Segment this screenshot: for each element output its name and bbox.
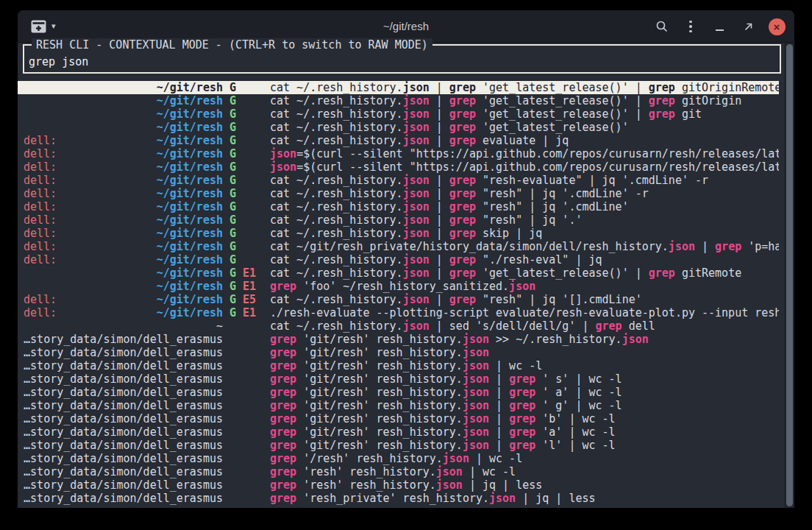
history-row[interactable]: dell:~/git/reshGcat ~/.resh_history.json… xyxy=(18,213,779,227)
row-git-flag: G xyxy=(229,187,236,200)
history-row[interactable]: dell:~/git/reshGcat ~/.resh_history.json… xyxy=(18,227,779,240)
row-location: dell:~/git/resh xyxy=(24,293,223,306)
row-dir: …story_data/simon/dell_erasmus xyxy=(24,333,223,346)
row-command: grep 'git/resh' resh_history.json | grep… xyxy=(270,412,779,425)
history-row[interactable]: ~cat ~/.resh_history.json | sed 's/dell/… xyxy=(18,319,779,333)
match-segment: grep xyxy=(270,280,296,293)
text-segment: | sed 's/dell/dell/g' | xyxy=(430,319,596,333)
text-segment: | xyxy=(489,386,509,399)
match-segment: grep xyxy=(270,399,296,412)
search-button[interactable] xyxy=(652,16,672,37)
row-command: grep 'git/resh' resh_history.json | wc -… xyxy=(270,359,779,372)
history-row[interactable]: ~/git/reshGcat ~/.resh_history.json | gr… xyxy=(18,81,779,94)
row-dir: …story_data/simon/dell_erasmus xyxy=(24,386,223,399)
row-git-flag xyxy=(229,346,236,359)
history-row[interactable]: dell:~/git/reshGE5cat ~/.resh_history.js… xyxy=(18,293,779,306)
history-row[interactable]: …story_data/simon/dell_erasmusgrep 'resh… xyxy=(18,478,779,492)
text-segment: =$(curl --silent "https://api.github.com… xyxy=(296,147,779,160)
row-dir: …story_data/simon/dell_erasmus xyxy=(24,465,223,478)
text-segment: 'git/resh' resh_history. xyxy=(296,346,463,359)
history-row[interactable]: ~/git/reshGE1grep 'foo' ~/resh_history_s… xyxy=(18,280,779,293)
match-segment: grep xyxy=(449,213,476,227)
history-row[interactable]: …story_data/simon/dell_erasmusgrep 'git/… xyxy=(18,412,779,425)
text-segment: cat ~/.resh_history. xyxy=(270,174,403,187)
scrollbar-track[interactable] xyxy=(784,43,794,508)
history-row[interactable]: …story_data/simon/dell_erasmusgrep '/res… xyxy=(18,452,779,465)
row-dir: …story_data/simon/dell_erasmus xyxy=(24,346,223,359)
close-button[interactable]: × xyxy=(766,16,787,37)
text-segment: | xyxy=(430,107,449,121)
history-row[interactable]: dell:~/git/reshGjson=$(curl --silent "ht… xyxy=(18,147,779,160)
history-row[interactable]: dell:~/git/reshGcat ~/.resh_history.json… xyxy=(18,134,779,147)
match-segment: grep xyxy=(270,333,296,346)
history-row[interactable]: …story_data/simon/dell_erasmusgrep 'resh… xyxy=(18,492,779,505)
text-segment: 'b' | wc -l xyxy=(535,412,615,425)
text-segment: | xyxy=(489,372,509,386)
history-row[interactable]: …story_data/simon/dell_erasmusgrep 'git/… xyxy=(18,359,779,372)
row-location: …story_data/simon/dell_erasmus xyxy=(24,372,223,386)
row-git-flag xyxy=(229,465,236,478)
text-segment: 'git/resh' resh_history. xyxy=(296,333,463,346)
history-row[interactable]: dell:~/git/reshGjson=$(curl --silent "ht… xyxy=(18,160,779,174)
text-segment: 'get_latest_release()' | xyxy=(476,81,649,94)
match-segment: grep xyxy=(270,425,296,439)
match-segment: grep xyxy=(270,478,296,492)
scrollbar-thumb[interactable] xyxy=(786,44,793,506)
restore-button[interactable] xyxy=(738,16,758,37)
new-tab-icon xyxy=(31,20,46,33)
row-dir: ~/git/resh xyxy=(157,147,223,160)
history-row[interactable]: …story_data/simon/dell_erasmusgrep 'git/… xyxy=(18,399,779,412)
row-location: …story_data/simon/dell_erasmus xyxy=(24,492,223,505)
history-row[interactable]: …story_data/simon/dell_erasmusgrep 'git/… xyxy=(18,386,779,399)
history-row[interactable]: dell:~/git/reshGcat ~/.resh_history.json… xyxy=(18,253,779,266)
match-segment: json xyxy=(403,293,430,306)
search-query-input[interactable]: grep json xyxy=(24,55,780,68)
history-row[interactable]: dell:~/git/reshGE1./resh-evaluate --plot… xyxy=(18,306,779,319)
row-exit-flag xyxy=(243,412,257,425)
match-segment: json xyxy=(463,439,489,452)
text-segment: | xyxy=(489,399,509,412)
row-location: ~/git/resh xyxy=(24,107,223,121)
row-command: cat ~/.resh_history.json | grep "resh-ev… xyxy=(270,174,779,187)
history-row[interactable]: …story_data/simon/dell_erasmusgrep 'resh… xyxy=(18,465,779,478)
row-dir: ~/git/resh xyxy=(157,306,223,319)
row-dir: …story_data/simon/dell_erasmus xyxy=(24,439,223,452)
history-row[interactable]: …story_data/simon/dell_erasmusgrep 'git/… xyxy=(18,372,779,386)
text-segment: 'get_latest_release()' | xyxy=(476,266,649,280)
row-exit-flag xyxy=(243,399,257,412)
row-exit-flag xyxy=(243,452,257,465)
text-segment: cat ~/.resh_history. xyxy=(270,94,403,107)
history-row[interactable]: dell:~/git/reshGcat ~/.resh_history.json… xyxy=(18,174,779,187)
row-location: …story_data/simon/dell_erasmus xyxy=(24,412,223,425)
text-segment: | xyxy=(430,200,449,213)
history-row[interactable]: …story_data/simon/dell_erasmusgrep 'git/… xyxy=(18,439,779,452)
match-segment: json xyxy=(403,200,430,213)
row-dir: ~/git/resh xyxy=(157,280,223,293)
history-row[interactable]: ~/git/reshGcat ~/.resh_history.json | gr… xyxy=(18,107,779,121)
row-dir: ~/git/resh xyxy=(157,121,223,134)
history-row[interactable]: ~/git/reshGcat ~/.resh_history.json | gr… xyxy=(18,94,779,107)
row-command: cat ~/.resh_history.json | grep 'get_lat… xyxy=(270,81,779,94)
new-tab-button[interactable]: ▾ xyxy=(28,17,59,36)
match-segment: json xyxy=(403,94,430,107)
history-row[interactable]: ~/git/reshGcat ~/.resh_history.json | gr… xyxy=(18,121,779,134)
text-segment: cat ~/.resh_history. xyxy=(270,187,403,200)
row-exit-flag xyxy=(243,465,257,478)
history-row[interactable]: dell:~/git/reshGcat ~/.resh_history.json… xyxy=(18,187,779,200)
history-row[interactable]: …story_data/simon/dell_erasmusgrep 'git/… xyxy=(18,333,779,346)
history-row[interactable]: dell:~/git/reshGcat ~/git/resh_private/h… xyxy=(18,240,779,253)
row-host: dell: xyxy=(24,240,57,253)
match-segment: grep xyxy=(270,386,296,399)
search-icon xyxy=(655,20,669,33)
history-row[interactable]: dell:~/git/reshGcat ~/.resh_history.json… xyxy=(18,200,779,213)
minimize-button[interactable] xyxy=(709,16,730,37)
menu-button[interactable] xyxy=(680,16,701,37)
history-row[interactable]: …story_data/simon/dell_erasmusgrep 'git/… xyxy=(18,346,779,359)
match-segment: json xyxy=(436,465,463,478)
match-segment: grep xyxy=(509,372,535,386)
row-command: grep 'resh_private' resh_history.json | … xyxy=(270,492,779,505)
history-row[interactable]: …story_data/simon/dell_erasmusgrep 'git/… xyxy=(18,425,779,439)
history-row[interactable]: ~/git/reshGE1cat ~/.resh_history.json | … xyxy=(18,266,779,280)
row-command: grep 'git/resh' resh_history.json | grep… xyxy=(270,399,779,412)
terminal-window: ▾ ~/git/resh xyxy=(18,10,794,508)
